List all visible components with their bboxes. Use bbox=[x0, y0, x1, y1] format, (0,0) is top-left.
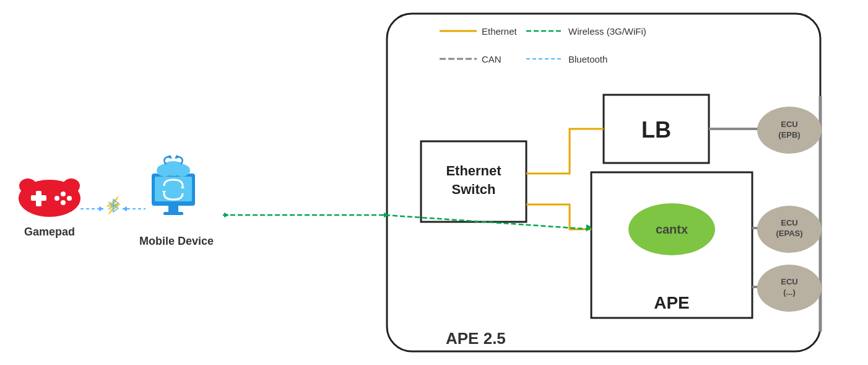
svg-marker-47 bbox=[384, 213, 389, 218]
svg-point-7 bbox=[54, 196, 59, 201]
svg-point-17 bbox=[174, 164, 190, 177]
svg-line-25 bbox=[108, 206, 113, 209]
svg-point-1 bbox=[19, 178, 37, 193]
ape-box-label: APE 2.5 bbox=[446, 329, 506, 348]
eth-switch-label-line1: Ethernet bbox=[446, 163, 501, 178]
svg-rect-33 bbox=[591, 172, 752, 318]
svg-line-24 bbox=[108, 202, 113, 206]
svg-marker-23 bbox=[122, 206, 127, 211]
svg-rect-4 bbox=[36, 191, 41, 206]
ecu-epb-sub: (EPB) bbox=[778, 130, 800, 139]
svg-point-8 bbox=[61, 200, 66, 205]
ecu-epas-sub: (EPAS) bbox=[776, 229, 802, 238]
svg-point-34 bbox=[628, 203, 715, 255]
gamepad-label: Gamepad bbox=[24, 226, 75, 238]
svg-rect-12 bbox=[163, 212, 183, 215]
legend-ethernet-label: Ethernet bbox=[482, 26, 518, 37]
mobile-device-label: Mobile Device bbox=[139, 235, 214, 247]
cantx-label: cantx bbox=[656, 222, 688, 236]
svg-point-16 bbox=[157, 164, 173, 177]
svg-marker-14 bbox=[162, 191, 166, 195]
svg-rect-26 bbox=[387, 14, 820, 351]
diagram-container: Gamepad Mobile Device ⚡ bbox=[0, 0, 868, 365]
ecu-other-label: ECU bbox=[781, 277, 797, 286]
ape-inner-label: APE bbox=[654, 293, 690, 312]
svg-rect-9 bbox=[152, 174, 195, 206]
svg-rect-32 bbox=[604, 95, 709, 163]
svg-rect-10 bbox=[155, 177, 192, 201]
bluetooth-icon: ⚡ bbox=[103, 195, 124, 215]
svg-marker-18 bbox=[168, 155, 172, 159]
legend-wireless-label: Wireless (3G/WiFi) bbox=[568, 26, 646, 37]
svg-point-6 bbox=[67, 196, 72, 201]
svg-marker-46 bbox=[224, 213, 229, 218]
eth-switch-label-line2: Switch bbox=[452, 182, 496, 197]
lb-label: LB bbox=[641, 117, 671, 143]
svg-marker-19 bbox=[175, 155, 178, 159]
svg-point-40 bbox=[757, 107, 822, 154]
ecu-other-sub: (...) bbox=[783, 288, 796, 297]
legend-bluetooth-label: Bluetooth bbox=[568, 54, 607, 64]
ecu-epas-label: ECU bbox=[781, 218, 797, 227]
svg-marker-21 bbox=[99, 206, 104, 211]
legend-can-label: CAN bbox=[482, 54, 501, 64]
svg-point-2 bbox=[63, 178, 80, 193]
svg-point-5 bbox=[61, 191, 66, 196]
svg-rect-31 bbox=[421, 141, 526, 222]
svg-point-0 bbox=[19, 180, 80, 217]
svg-point-41 bbox=[757, 206, 822, 253]
svg-line-44 bbox=[385, 215, 591, 229]
ecu-epb-label: ECU bbox=[781, 120, 797, 129]
svg-rect-3 bbox=[31, 195, 46, 201]
svg-point-15 bbox=[161, 161, 186, 176]
svg-marker-45 bbox=[586, 224, 591, 232]
svg-point-42 bbox=[757, 265, 822, 312]
svg-marker-13 bbox=[181, 185, 184, 188]
svg-rect-11 bbox=[168, 206, 178, 212]
